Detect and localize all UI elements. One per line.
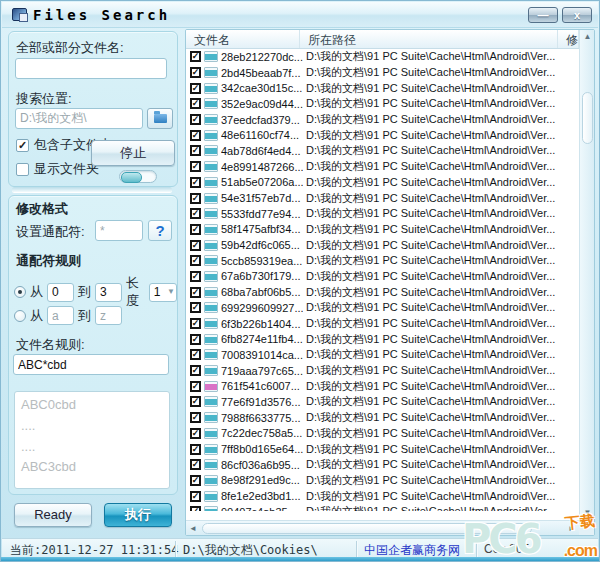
file-row[interactable]: 68ba7abf06b5... D:\我的文档\91 PC Suite\Cach… (186, 284, 579, 300)
file-path: D:\我的文档\91 PC Suite\Cache\Html\Android\V… (306, 489, 579, 504)
show-folders-checkbox[interactable]: 显示文件夹 (16, 160, 99, 178)
filename-rule-input[interactable] (13, 354, 169, 375)
row-checkbox-checked-icon[interactable] (190, 302, 201, 313)
scroll-up-icon[interactable]: ▲ (580, 30, 595, 44)
file-row[interactable]: 48e61160cf74... D:\我的文档\91 PC Suite\Cach… (186, 127, 579, 143)
row-checkbox-checked-icon[interactable] (190, 271, 201, 282)
row-checkbox-checked-icon[interactable] (190, 255, 201, 266)
wildcard-input[interactable] (95, 220, 143, 241)
row-checkbox-checked-icon[interactable] (190, 98, 201, 109)
filename-input[interactable] (15, 58, 167, 79)
file-row[interactable]: 86cf036a6b95... D:\我的文档\91 PC Suite\Cach… (186, 457, 579, 473)
file-row[interactable]: 5533fdd77e94... D:\我的文档\91 PC Suite\Cach… (186, 206, 579, 222)
row-checkbox-checked-icon[interactable] (190, 475, 201, 486)
scroll-right-icon[interactable]: ► (565, 521, 579, 536)
file-row[interactable]: 59b42df6c065... D:\我的文档\91 PC Suite\Cach… (186, 237, 579, 253)
row-checkbox-checked-icon[interactable] (190, 51, 201, 62)
file-row[interactable]: 761f541c6007... D:\我的文档\91 PC Suite\Cach… (186, 378, 579, 394)
file-row[interactable]: 4ab78d6f4ed4... D:\我的文档\91 PC Suite\Cach… (186, 143, 579, 159)
file-row[interactable]: 699299609927... D:\我的文档\91 PC Suite\Cach… (186, 300, 579, 316)
file-row[interactable]: 90407c4ab35... D:\我的文档\91 PC Suite\Cache… (186, 504, 579, 511)
file-row[interactable]: 28eb212270dc... D:\我的文档\91 PC Suite\Cach… (186, 49, 579, 65)
row-checkbox-checked-icon[interactable] (190, 208, 201, 219)
row-checkbox-checked-icon[interactable] (190, 287, 201, 298)
column-header-filename[interactable]: 文件名 (186, 30, 300, 48)
file-type-icon (204, 208, 218, 219)
file-row[interactable]: 7ff8b0d165e64... D:\我的文档\91 PC Suite\Cac… (186, 441, 579, 457)
file-row[interactable]: 77e6f91d3576... D:\我的文档\91 PC Suite\Cach… (186, 394, 579, 410)
column-header-modified[interactable]: 修改 (558, 30, 579, 48)
row-checkbox-checked-icon[interactable] (190, 365, 201, 376)
length-dropdown[interactable]: 1 (149, 283, 177, 302)
file-row[interactable]: 5ccb859319ea... D:\我的文档\91 PC Suite\Cach… (186, 253, 579, 269)
file-row[interactable]: 719aaa797c65... D:\我的文档\91 PC Suite\Cach… (186, 363, 579, 379)
stop-button[interactable]: 停止 (91, 140, 175, 166)
file-row[interactable]: 51ab5e07206a... D:\我的文档\91 PC Suite\Cach… (186, 175, 579, 191)
row-checkbox-checked-icon[interactable] (190, 318, 201, 329)
file-row[interactable]: 37eedcfad379... D:\我的文档\91 PC Suite\Cach… (186, 112, 579, 128)
file-row[interactable]: 7c22dec758a5... D:\我的文档\91 PC Suite\Cach… (186, 426, 579, 442)
row-checkbox-checked-icon[interactable] (190, 240, 201, 251)
row-checkbox-checked-icon[interactable] (190, 224, 201, 235)
file-row[interactable]: 54e31f57eb7d... D:\我的文档\91 PC Suite\Cach… (186, 190, 579, 206)
row-checkbox-checked-icon[interactable] (190, 114, 201, 125)
scroll-left-icon[interactable]: ◄ (186, 521, 200, 536)
file-type-icon (204, 318, 218, 329)
close-button[interactable]: x (562, 7, 592, 23)
file-path: D:\我的文档\91 PC Suite\Cache\Html\Android\V… (306, 81, 579, 96)
file-row[interactable]: 7008391014ca... D:\我的文档\91 PC Suite\Cach… (186, 347, 579, 363)
row-checkbox-checked-icon[interactable] (190, 459, 201, 470)
numeric-from-input[interactable] (47, 283, 74, 302)
file-row[interactable]: 8fe1e2ed3bd1... D:\我的文档\91 PC Suite\Cach… (186, 488, 579, 504)
ready-button[interactable]: Ready (14, 503, 92, 527)
vertical-scroll-thumb[interactable] (582, 92, 593, 144)
row-checkbox-checked-icon[interactable] (190, 491, 201, 502)
row-checkbox-checked-icon[interactable] (190, 130, 201, 141)
file-path: D:\我的文档\91 PC Suite\Cache\Html\Android\V… (306, 426, 579, 441)
numeric-to-input[interactable] (95, 283, 122, 302)
file-path: D:\我的文档\91 PC Suite\Cache\Html\Android\V… (306, 300, 579, 315)
row-checkbox-checked-icon[interactable] (190, 161, 201, 172)
file-row[interactable]: 6f3b226b1404... D:\我的文档\91 PC Suite\Cach… (186, 316, 579, 332)
row-checkbox-checked-icon[interactable] (190, 506, 201, 511)
row-checkbox-checked-icon[interactable] (190, 83, 201, 94)
row-checkbox-checked-icon[interactable] (190, 444, 201, 455)
scroll-down-icon[interactable]: ▼ (580, 506, 595, 520)
row-checkbox-checked-icon[interactable] (190, 428, 201, 439)
file-row[interactable]: 352e9ac09d44... D:\我的文档\91 PC Suite\Cach… (186, 96, 579, 112)
file-row[interactable]: 342cae30d15c... D:\我的文档\91 PC Suite\Cach… (186, 80, 579, 96)
file-row[interactable]: 4e8991487266... D:\我的文档\91 PC Suite\Cach… (186, 159, 579, 175)
alpha-to-input[interactable] (95, 306, 122, 325)
row-checkbox-checked-icon[interactable] (190, 349, 201, 360)
execute-button[interactable]: 执行 (104, 503, 172, 527)
row-checkbox-checked-icon[interactable] (190, 193, 201, 204)
file-path: D:\我的文档\91 PC Suite\Cache\Html\Android\V… (306, 222, 579, 237)
radio-selected-icon[interactable] (14, 286, 26, 298)
minimize-button[interactable]: — (528, 7, 558, 23)
file-row[interactable]: 6fb8274e11fb4... D:\我的文档\91 PC Suite\Cac… (186, 331, 579, 347)
row-checkbox-checked-icon[interactable] (190, 145, 201, 156)
file-row[interactable]: 58f1475afbf34... D:\我的文档\91 PC Suite\Cac… (186, 222, 579, 238)
file-row[interactable]: 7988f6633775... D:\我的文档\91 PC Suite\Cach… (186, 410, 579, 426)
location-input[interactable] (15, 108, 143, 129)
vertical-scrollbar[interactable]: ▲ ▼ (579, 30, 594, 520)
app-window: Files Search — x 全部或部分文件名: 搜索位置: 包含子文件夹 … (0, 0, 600, 562)
alpha-from-input[interactable] (47, 306, 74, 325)
browse-folder-button[interactable] (147, 108, 173, 129)
file-row[interactable]: 2bd45beaab7f... D:\我的文档\91 PC Suite\Cach… (186, 65, 579, 81)
row-checkbox-checked-icon[interactable] (190, 334, 201, 345)
help-button[interactable]: ? (148, 220, 172, 241)
horizontal-scrollbar[interactable]: ◄ ► (186, 520, 579, 535)
column-header-path[interactable]: 所在路径 (300, 30, 558, 48)
progress-toggle[interactable] (119, 170, 157, 183)
file-name: 719aaa797c65... (221, 365, 303, 377)
row-checkbox-checked-icon[interactable] (190, 381, 201, 392)
row-checkbox-checked-icon[interactable] (190, 396, 201, 407)
file-row[interactable]: 67a6b730f179... D:\我的文档\91 PC Suite\Cach… (186, 269, 579, 285)
radio-unselected-icon[interactable] (14, 310, 26, 322)
horizontal-scroll-thumb[interactable] (202, 523, 532, 534)
row-checkbox-checked-icon[interactable] (190, 412, 201, 423)
row-checkbox-checked-icon[interactable] (190, 67, 201, 78)
file-row[interactable]: 8e98f291ed9c... D:\我的文档\91 PC Suite\Cach… (186, 473, 579, 489)
row-checkbox-checked-icon[interactable] (190, 177, 201, 188)
